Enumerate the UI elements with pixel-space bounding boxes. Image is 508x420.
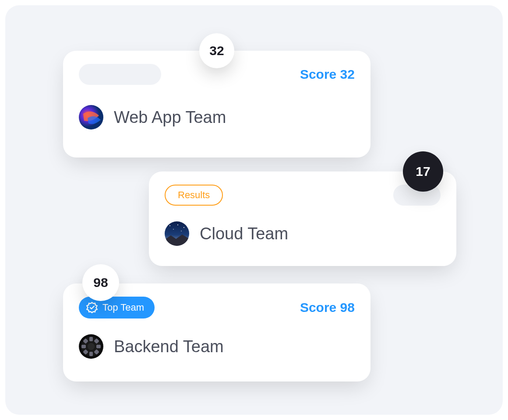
- score-label: Score 32: [300, 67, 355, 82]
- svg-point-3: [177, 224, 178, 225]
- placeholder-pill: [79, 64, 161, 85]
- svg-rect-11: [89, 352, 93, 356]
- svg-point-5: [173, 229, 174, 230]
- team-avatar: [79, 105, 103, 130]
- svg-rect-12: [81, 345, 86, 348]
- score-badge-value: 32: [209, 43, 224, 58]
- score-label: Score 98: [300, 300, 355, 315]
- verified-icon: [86, 301, 98, 314]
- results-pill-label: Results: [178, 189, 210, 201]
- team-name: Cloud Team: [200, 225, 288, 242]
- results-pill[interactable]: Results: [165, 185, 223, 206]
- team-card-backend[interactable]: 98 Top Team Score 98: [63, 284, 370, 382]
- svg-rect-13: [96, 345, 101, 348]
- top-team-pill[interactable]: Top Team: [79, 297, 155, 318]
- team-card-cloud[interactable]: 17 Results: [149, 172, 456, 266]
- team-card-webapp[interactable]: 32 Score 32: [63, 51, 370, 158]
- top-team-pill-label: Top Team: [102, 302, 144, 313]
- score-badge: 98: [82, 264, 119, 301]
- team-avatar: [79, 334, 103, 359]
- score-badge-value: 98: [93, 275, 108, 290]
- team-avatar: [165, 221, 189, 246]
- svg-point-6: [181, 231, 182, 231]
- score-badge: 32: [199, 33, 234, 68]
- team-name: Backend Team: [114, 338, 224, 355]
- score-badge-value: 17: [416, 164, 430, 179]
- score-badge-dark: 17: [403, 151, 443, 192]
- team-name: Web App Team: [114, 109, 226, 126]
- panel-background: 32 Score 32: [5, 5, 503, 415]
- svg-point-4: [183, 227, 184, 228]
- svg-point-2: [169, 225, 170, 226]
- svg-point-9: [88, 343, 95, 350]
- svg-rect-10: [89, 337, 93, 341]
